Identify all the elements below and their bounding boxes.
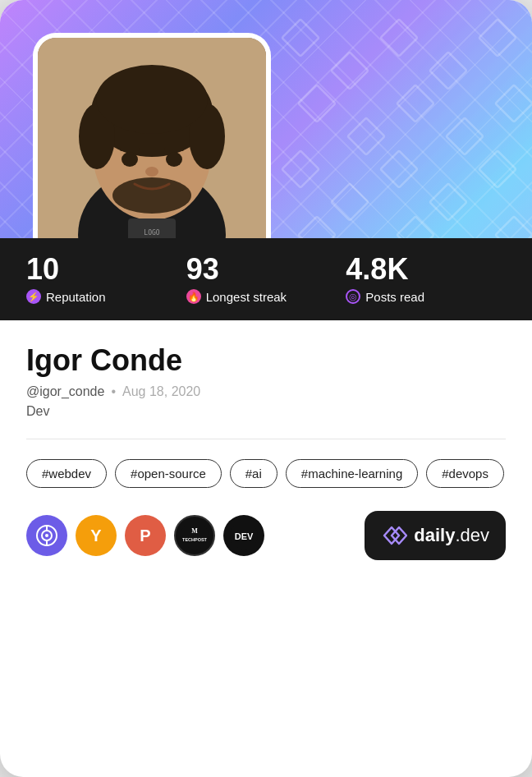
avatar-image: LOGO	[38, 38, 266, 266]
flame-icon: 🔥	[186, 289, 201, 304]
yc-letter: Y	[90, 526, 101, 545]
brand-daily: daily	[414, 525, 455, 546]
svg-point-34	[112, 177, 191, 214]
tag-devops[interactable]: #devops	[426, 459, 504, 488]
svg-point-30	[166, 152, 182, 167]
profile-join-date: Aug 18, 2020	[122, 384, 200, 399]
profile-meta: @igor_conde • Aug 18, 2020	[26, 384, 506, 399]
tags-section: #webdev #open-source #ai #machine-learni…	[26, 459, 506, 488]
svg-text:TECHPOST: TECHPOST	[182, 537, 208, 542]
svg-point-28	[96, 65, 208, 134]
svg-point-29	[122, 152, 138, 167]
bottom-section: Y P M TECHPOST DEV	[0, 511, 532, 586]
svg-rect-14	[479, 150, 516, 187]
source-icons: Y P M TECHPOST DEV	[26, 515, 264, 556]
mit-icon: M TECHPOST	[181, 522, 209, 549]
profile-banner: LOGO 10 ⚡ Reputation 93 🔥 Longest streak	[0, 0, 532, 320]
source-icon-daily-target[interactable]	[26, 515, 67, 556]
avatar: LOGO	[38, 38, 266, 266]
profile-card: LOGO 10 ⚡ Reputation 93 🔥 Longest streak	[0, 0, 532, 777]
profile-role: Dev	[26, 404, 506, 419]
streak-label: 🔥 Longest streak	[186, 289, 346, 304]
dev-icon: DEV	[230, 522, 258, 549]
streak-text: Longest streak	[206, 290, 287, 304]
stats-bar: 10 ⚡ Reputation 93 🔥 Longest streak 4.8K…	[0, 238, 532, 320]
svg-rect-5	[298, 85, 335, 122]
tag-open-source[interactable]: #open-source	[115, 459, 222, 488]
lightning-icon: ⚡	[26, 289, 41, 304]
svg-text:DEV: DEV	[235, 531, 254, 541]
svg-rect-8	[446, 117, 483, 154]
source-icon-mit[interactable]: M TECHPOST	[174, 515, 215, 556]
posts-read-label: ◎ Posts read	[346, 289, 506, 304]
avatar-wrapper: LOGO	[33, 33, 271, 271]
tag-webdev[interactable]: #webdev	[26, 459, 107, 488]
svg-rect-4	[479, 19, 516, 56]
stat-streak: 93 🔥 Longest streak	[186, 255, 346, 304]
svg-rect-32	[164, 147, 184, 151]
svg-point-42	[181, 522, 209, 549]
stat-reputation: 10 ⚡ Reputation	[26, 255, 186, 304]
reputation-label: ⚡ Reputation	[26, 289, 186, 304]
tag-ai[interactable]: #ai	[230, 459, 277, 488]
svg-rect-1	[331, 52, 368, 89]
svg-rect-2	[380, 19, 417, 56]
brand-name: daily.dev	[414, 525, 489, 546]
stat-posts-read: 4.8K ◎ Posts read	[346, 255, 506, 304]
profile-body: Igor Conde @igor_conde • Aug 18, 2020 De…	[0, 320, 532, 488]
svg-rect-11	[331, 183, 368, 220]
separator-dot: •	[111, 384, 116, 399]
reputation-value: 10	[26, 255, 186, 284]
tag-machine-learning[interactable]: #machine-learning	[286, 459, 418, 488]
reputation-text: Reputation	[46, 290, 106, 304]
svg-text:M: M	[191, 527, 198, 535]
source-icon-dev[interactable]: DEV	[223, 515, 264, 556]
svg-point-39	[45, 534, 48, 537]
target-icon	[35, 524, 58, 547]
svg-rect-3	[429, 52, 466, 89]
svg-text:LOGO: LOGO	[144, 229, 159, 237]
posts-read-text: Posts read	[365, 290, 424, 304]
brand-badge: daily.dev	[365, 511, 506, 560]
svg-rect-7	[397, 85, 433, 122]
circle-icon: ◎	[346, 289, 360, 304]
streak-value: 93	[186, 255, 346, 284]
source-icon-yc[interactable]: Y	[76, 515, 117, 556]
profile-name: Igor Conde	[26, 343, 506, 378]
svg-rect-9	[495, 85, 532, 122]
brand-dev: .dev	[455, 525, 489, 546]
posts-read-value: 4.8K	[346, 255, 506, 284]
svg-rect-6	[347, 117, 384, 154]
svg-rect-12	[380, 150, 417, 187]
svg-rect-31	[120, 147, 140, 151]
profile-divider	[26, 439, 506, 439]
svg-rect-10	[282, 150, 319, 187]
product-letter: P	[140, 526, 150, 545]
svg-point-33	[145, 167, 158, 177]
svg-rect-13	[429, 183, 466, 220]
svg-rect-0	[282, 19, 319, 56]
profile-handle: @igor_conde	[26, 384, 104, 399]
source-icon-product-hunt[interactable]: P	[125, 515, 166, 556]
daily-dev-logo-icon	[381, 522, 407, 549]
